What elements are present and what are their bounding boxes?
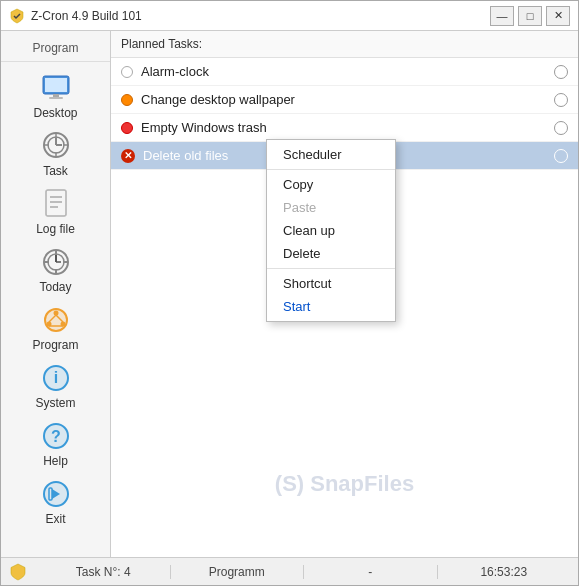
svg-rect-12 [46, 190, 66, 216]
svg-point-27 [53, 311, 58, 316]
system-label: System [35, 396, 75, 410]
status-shield-icon [9, 562, 29, 582]
panel-header: Planned Tasks: [111, 31, 578, 58]
desktop-icon [40, 72, 72, 104]
task-status-dot [121, 94, 133, 106]
table-row[interactable]: Change desktop wallpaper [111, 86, 578, 114]
sidebar-item-desktop[interactable]: Desktop [11, 68, 101, 124]
context-menu-separator [267, 268, 395, 269]
exit-label: Exit [45, 512, 65, 526]
task-status-dot [121, 66, 133, 78]
task-name: Alarm-clock [141, 64, 554, 79]
status-time: 16:53:23 [438, 565, 571, 579]
desktop-label: Desktop [33, 106, 77, 120]
task-status-dot: ✕ [121, 149, 135, 163]
sidebar: Program Desktop [1, 31, 111, 557]
status-bar: Task N°: 4 Programm - 16:53:23 [1, 557, 578, 585]
context-menu-item-paste: Paste [267, 196, 395, 219]
help-label: Help [43, 454, 68, 468]
context-menu-item-cleanup[interactable]: Clean up [267, 219, 395, 242]
help-icon: ? [40, 420, 72, 452]
close-button[interactable]: ✕ [546, 6, 570, 26]
today-label: Today [39, 280, 71, 294]
status-dash: - [304, 565, 438, 579]
task-circle [554, 93, 568, 107]
context-menu-item-copy[interactable]: Copy [267, 173, 395, 196]
context-menu-item-scheduler[interactable]: Scheduler [267, 143, 395, 166]
task-status-dot [121, 122, 133, 134]
sidebar-item-exit[interactable]: Exit [11, 474, 101, 530]
logfile-label: Log file [36, 222, 75, 236]
minimize-button[interactable]: — [490, 6, 514, 26]
context-menu: Scheduler Copy Paste Clean up Delete Sho… [266, 139, 396, 322]
table-row[interactable]: Empty Windows trash [111, 114, 578, 142]
sidebar-item-help[interactable]: ? Help [11, 416, 101, 472]
app-icon [9, 8, 25, 24]
right-panel: Planned Tasks: Alarm-clock Change deskto… [111, 31, 578, 557]
title-bar: Z-Cron 4.9 Build 101 — □ ✕ [1, 1, 578, 31]
logfile-icon [40, 188, 72, 220]
context-menu-separator [267, 169, 395, 170]
task-circle [554, 149, 568, 163]
svg-text:i: i [53, 369, 57, 386]
window-controls: — □ ✕ [490, 6, 570, 26]
exit-icon [40, 478, 72, 510]
table-row[interactable]: Alarm-clock [111, 58, 578, 86]
sidebar-item-logfile[interactable]: Log file [11, 184, 101, 240]
today-icon [40, 246, 72, 278]
sidebar-header: Program [1, 39, 110, 62]
svg-text:?: ? [51, 428, 61, 445]
maximize-button[interactable]: □ [518, 6, 542, 26]
system-icon: i [40, 362, 72, 394]
window-title: Z-Cron 4.9 Build 101 [31, 9, 142, 23]
program-label: Program [32, 338, 78, 352]
status-segments: Task N°: 4 Programm - 16:53:23 [37, 565, 570, 579]
task-label: Task [43, 164, 68, 178]
status-program: Programm [171, 565, 305, 579]
context-menu-item-start[interactable]: Start [267, 295, 395, 318]
main-content: Program Desktop [1, 31, 578, 557]
sidebar-item-program[interactable]: Program [11, 300, 101, 356]
context-menu-item-delete[interactable]: Delete [267, 242, 395, 265]
program-icon [40, 304, 72, 336]
sidebar-item-today[interactable]: Today [11, 242, 101, 298]
context-menu-item-shortcut[interactable]: Shortcut [267, 272, 395, 295]
task-name: Change desktop wallpaper [141, 92, 554, 107]
svg-rect-2 [49, 97, 63, 99]
svg-rect-3 [45, 78, 67, 92]
task-circle [554, 121, 568, 135]
task-circle [554, 65, 568, 79]
status-task-count: Task N°: 4 [37, 565, 171, 579]
sidebar-item-task[interactable]: Task [11, 126, 101, 182]
sidebar-item-system[interactable]: i System [11, 358, 101, 414]
task-icon [40, 130, 72, 162]
main-window: Z-Cron 4.9 Build 101 — □ ✕ Program [0, 0, 579, 586]
task-name: Empty Windows trash [141, 120, 554, 135]
